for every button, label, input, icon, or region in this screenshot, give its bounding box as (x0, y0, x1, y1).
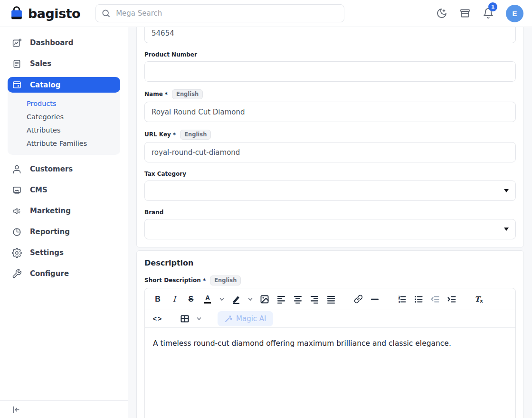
bullet-list-button[interactable] (412, 293, 425, 306)
short-description-content[interactable]: A timeless round-cut diamond offering ma… (145, 327, 515, 418)
horizontal-rule-button[interactable] (369, 293, 381, 306)
sidebar-item-sales[interactable]: Sales (0, 53, 128, 74)
sidebar-item-settings[interactable]: Settings (0, 242, 128, 263)
locale-badge: English (180, 130, 211, 140)
sidebar-item-dashboard[interactable]: Dashboard (0, 32, 128, 53)
code-view-button[interactable]: <> (152, 312, 164, 325)
strikethrough-button[interactable]: S (185, 293, 197, 306)
general-card: Product Number Name * English URL Key * … (136, 27, 524, 247)
sidebar-item-products[interactable]: Products (8, 97, 120, 110)
editor-toolbar-row2: <> (145, 310, 515, 327)
outdent-button[interactable] (429, 293, 441, 306)
highlight-button[interactable] (230, 293, 242, 306)
sidebar-item-label: CMS (30, 186, 48, 194)
sales-icon (12, 59, 22, 69)
sidebar-item-cms[interactable]: CMS (0, 180, 128, 200)
bagisto-logo[interactable]: bagisto (9, 5, 80, 21)
notifications: 1 (483, 8, 494, 19)
collapse-sidebar-button[interactable] (11, 405, 20, 414)
sidebar-item-configure[interactable]: Configure (0, 263, 128, 284)
outdent-icon (430, 294, 440, 304)
sidebar: Dashboard Sales Catalog Products Categor… (0, 27, 128, 418)
required-asterisk: * (165, 91, 168, 98)
table-button[interactable] (179, 312, 191, 325)
settings-gear-icon (12, 248, 22, 258)
dark-mode-toggle[interactable] (436, 8, 447, 19)
sidebar-item-label: Marketing (30, 207, 71, 215)
sidebar-item-label: Sales (30, 59, 51, 68)
caret-down-icon (504, 228, 509, 231)
link-icon (354, 294, 363, 304)
required-asterisk: * (173, 132, 176, 138)
magic-ai-button[interactable]: Magic AI (218, 311, 273, 326)
url-key-label: URL Key (144, 131, 171, 139)
indent-button[interactable] (446, 293, 458, 306)
align-center-button[interactable] (292, 293, 304, 306)
sidebar-item-customers[interactable]: Customers (0, 159, 128, 180)
italic-button[interactable]: I (168, 293, 180, 306)
align-center-icon (293, 294, 303, 304)
sku-input[interactable] (144, 27, 516, 43)
caret-down-icon (504, 189, 509, 192)
align-justify-button[interactable] (325, 293, 337, 306)
sidebar-item-attribute-families[interactable]: Attribute Families (8, 137, 120, 150)
sidebar-item-marketing[interactable]: Marketing (0, 200, 128, 221)
highlighter-icon (231, 294, 241, 304)
align-left-button[interactable] (275, 293, 287, 306)
insert-link-button[interactable] (352, 293, 364, 306)
search-input[interactable] (95, 4, 344, 22)
header-actions: 1 E (436, 5, 523, 22)
logo-text: bagisto (28, 6, 80, 21)
bold-button[interactable]: B (152, 293, 164, 306)
sidebar-footer (0, 400, 128, 418)
product-number-input[interactable] (144, 61, 516, 82)
sidebar-item-label: Catalog (30, 81, 61, 89)
description-section-title: Description (144, 258, 516, 267)
avatar[interactable]: E (506, 5, 523, 22)
configure-wrench-icon (12, 269, 22, 279)
magic-ai-label: Magic AI (236, 314, 266, 323)
align-justify-icon (326, 294, 336, 304)
sidebar-item-categories[interactable]: Categories (8, 110, 120, 124)
reporting-icon (12, 227, 22, 237)
brand-select[interactable] (144, 219, 516, 239)
align-right-icon (310, 294, 319, 304)
search-icon (101, 9, 111, 18)
ordered-list-icon: 123 (397, 294, 407, 304)
name-label: Name (144, 90, 163, 98)
dashboard-icon (12, 38, 22, 48)
sidebar-item-reporting[interactable]: Reporting (0, 221, 128, 242)
ordered-list-button[interactable]: 123 (396, 293, 408, 306)
color-swatch-bar (204, 302, 211, 304)
customers-icon (12, 164, 22, 174)
main-content: Product Number Name * English URL Key * … (129, 27, 532, 418)
align-left-icon (276, 294, 286, 304)
table-icon (180, 314, 190, 323)
highlight-dropdown[interactable] (247, 293, 254, 306)
clear-format-button[interactable]: Tx (473, 293, 485, 306)
store-button[interactable] (459, 8, 471, 19)
insert-image-button[interactable] (258, 293, 271, 306)
sidebar-item-attributes[interactable]: Attributes (8, 124, 120, 137)
description-card: Description Short Description * English … (136, 250, 524, 418)
chevron-down-icon (247, 296, 253, 302)
brand-label: Brand (144, 209, 163, 217)
table-dropdown[interactable] (195, 312, 203, 325)
product-number-label: Product Number (144, 51, 197, 59)
shopping-bag-icon (9, 5, 25, 21)
align-right-button[interactable] (308, 293, 321, 306)
text-color-dropdown[interactable] (218, 293, 226, 306)
url-key-input[interactable] (144, 142, 516, 162)
chevron-down-icon (196, 316, 202, 322)
catalog-icon (12, 80, 22, 90)
tax-category-select[interactable] (144, 180, 516, 201)
name-input[interactable] (144, 102, 516, 122)
top-header: bagisto (0, 0, 532, 27)
moon-sparkle-icon (436, 8, 447, 19)
mega-search (95, 4, 344, 22)
text-color-button[interactable]: A (201, 293, 214, 306)
sidebar-item-label: Reporting (30, 228, 70, 236)
sidebar-item-label: Configure (30, 269, 69, 278)
sidebar-item-catalog[interactable]: Catalog (8, 77, 120, 93)
cms-icon (12, 185, 22, 195)
